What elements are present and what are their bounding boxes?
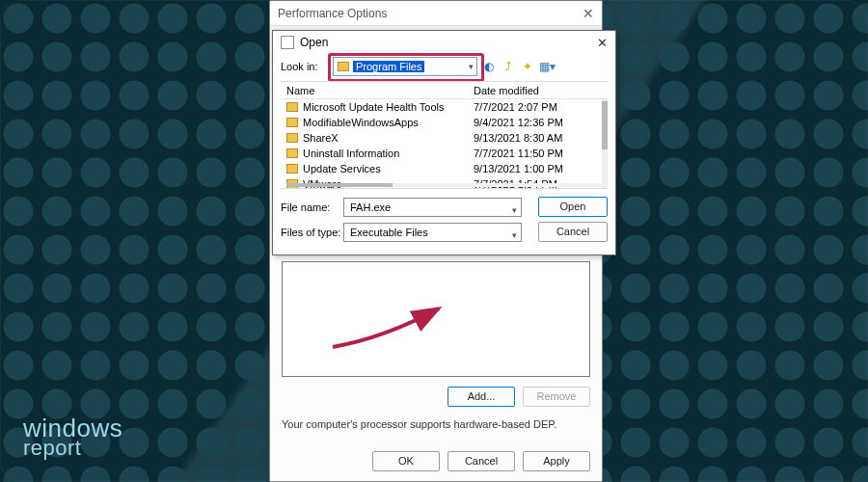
column-date[interactable]: Date modified <box>474 85 608 96</box>
filename-value: FAH.exe <box>350 201 391 213</box>
open-dialog: Open ✕ Look in: Program Files ▾ ◐ ⤴ ✦ ▦▾… <box>272 30 616 255</box>
file-list[interactable]: Name Date modified Microsoft Update Heal… <box>281 81 608 189</box>
parent-titlebar[interactable]: Performance Options ✕ <box>270 1 602 26</box>
close-icon[interactable]: ✕ <box>583 6 594 21</box>
item-date: 9/4/2021 12:36 PM <box>474 117 563 128</box>
list-item[interactable]: ShareX9/13/2021 8:30 AM <box>281 130 608 146</box>
item-name: Update Services <box>303 163 474 174</box>
dep-program-list[interactable] <box>282 261 590 377</box>
item-name: Microsoft Update Health Tools <box>303 101 474 113</box>
folder-icon <box>286 148 298 158</box>
vertical-scrollbar[interactable] <box>602 99 608 188</box>
cancel-open-button[interactable]: Cancel <box>538 222 608 242</box>
lookin-value: Program Files <box>353 61 424 72</box>
views-icon[interactable]: ▦▾ <box>539 59 555 74</box>
file-list-header[interactable]: Name Date modified <box>281 82 608 99</box>
folder-icon <box>286 118 298 127</box>
remove-button: Remove <box>523 387 590 407</box>
folder-icon <box>286 164 298 174</box>
list-item[interactable]: Microsoft Update Health Tools7/7/2021 2:… <box>281 99 608 115</box>
list-item[interactable]: Uninstall Information7/7/2021 11:50 PM <box>281 146 608 161</box>
close-icon[interactable]: ✕ <box>597 36 608 50</box>
parent-title: Performance Options <box>278 7 387 20</box>
lookin-combo[interactable]: Program Files ▾ <box>333 57 477 76</box>
item-date: 9/13/2021 8:30 AM <box>474 132 562 144</box>
apply-button[interactable]: Apply <box>523 451 590 471</box>
watermark: windows report <box>23 416 122 459</box>
open-titlebar[interactable]: Open ✕ <box>273 31 615 54</box>
chevron-down-icon[interactable]: ▾ <box>512 201 517 219</box>
cancel-button[interactable]: Cancel <box>448 451 515 471</box>
item-date: 7/7/2021 11:50 PM <box>474 147 563 159</box>
up-icon[interactable]: ⤴ <box>501 59 516 74</box>
item-date: 7/7/2021 2:07 PM <box>474 101 557 113</box>
scrollbar-thumb[interactable] <box>286 183 393 187</box>
filetype-label: Files of type: <box>281 227 343 238</box>
filetype-value: Executable Files <box>350 227 428 238</box>
parent-body: Add... Remove Your computer's processor … <box>270 254 602 481</box>
lookin-label: Look in: <box>281 61 329 72</box>
chevron-down-icon[interactable]: ▾ <box>469 62 474 71</box>
chevron-down-icon[interactable]: ▾ <box>512 227 517 244</box>
filename-label: File name: <box>281 201 343 213</box>
open-title: Open <box>300 36 328 49</box>
scrollbar-thumb[interactable] <box>602 101 608 149</box>
filename-input[interactable]: FAH.exe ▾ <box>343 198 522 217</box>
back-icon[interactable]: ◐ <box>481 59 497 74</box>
folder-icon <box>286 102 298 112</box>
item-name: ShareX <box>303 132 474 144</box>
item-date: 9/13/2021 1:00 PM <box>474 163 563 174</box>
add-button[interactable]: Add... <box>448 387 515 407</box>
ok-button[interactable]: OK <box>372 451 440 471</box>
dep-support-text: Your computer's processor supports hardw… <box>282 418 590 430</box>
column-name[interactable]: Name <box>281 85 474 96</box>
item-name: Uninstall Information <box>303 147 474 159</box>
app-icon <box>281 36 294 49</box>
item-name: ModifiableWindowsApps <box>303 117 474 128</box>
folder-icon <box>338 62 349 71</box>
filetype-combo[interactable]: Executable Files ▾ <box>343 223 522 242</box>
folder-icon <box>286 133 298 143</box>
list-item[interactable]: Update Services9/13/2021 1:00 PM <box>281 161 608 176</box>
list-item[interactable]: ModifiableWindowsApps9/4/2021 12:36 PM <box>281 115 608 130</box>
horizontal-scrollbar[interactable] <box>286 183 602 187</box>
new-folder-icon[interactable]: ✦ <box>520 59 535 74</box>
open-button[interactable]: Open <box>538 197 608 217</box>
